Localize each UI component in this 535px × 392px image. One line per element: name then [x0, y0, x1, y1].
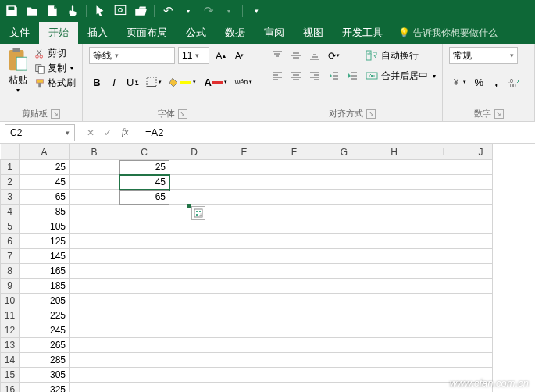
pointer-icon[interactable] — [93, 4, 107, 18]
cell-C8[interactable] — [119, 264, 169, 279]
col-header-D[interactable]: D — [169, 144, 219, 160]
cell-A10[interactable]: 205 — [20, 294, 70, 308]
increase-font-button[interactable]: A▴ — [212, 47, 229, 64]
cell-J12[interactable] — [469, 323, 493, 338]
formula-input[interactable] — [141, 124, 535, 141]
font-name-combo[interactable]: 等线▾ — [89, 47, 175, 64]
cell-J11[interactable] — [469, 308, 493, 323]
cell-B7[interactable] — [70, 249, 119, 264]
cell-G16[interactable] — [319, 383, 369, 393]
cell-G9[interactable] — [319, 279, 369, 294]
cell-D10[interactable] — [169, 294, 219, 308]
number-launcher-icon[interactable]: ↘ — [494, 109, 504, 119]
cell-E2[interactable] — [219, 175, 269, 190]
cell-A3[interactable]: 65 — [20, 190, 70, 205]
tell-me[interactable]: 💡 告诉我你想要做什么 — [392, 22, 504, 44]
new-icon[interactable] — [45, 4, 59, 18]
copy-button[interactable]: 复制▾ — [34, 62, 76, 75]
row-header-9[interactable]: 9 — [1, 279, 20, 294]
col-header-A[interactable]: A — [20, 144, 70, 160]
cell-F15[interactable] — [269, 368, 319, 383]
cell-C6[interactable] — [119, 234, 169, 249]
tab-review[interactable]: 审阅 — [255, 22, 294, 44]
cell-J15[interactable] — [469, 368, 493, 383]
fx-icon[interactable]: fx — [119, 127, 131, 139]
cell-G4[interactable] — [319, 205, 369, 219]
number-format-combo[interactable]: 常规▾ — [449, 47, 518, 64]
cell-D1[interactable] — [169, 160, 219, 175]
cell-A6[interactable]: 125 — [20, 234, 70, 249]
cell-D16[interactable] — [169, 383, 219, 393]
cell-B1[interactable] — [70, 160, 119, 175]
col-header-I[interactable]: I — [419, 144, 469, 160]
cell-E6[interactable] — [219, 234, 269, 249]
cell-B5[interactable] — [70, 219, 119, 234]
col-header-H[interactable]: H — [369, 144, 419, 160]
cell-H1[interactable] — [369, 160, 419, 175]
tab-file[interactable]: 文件 — [0, 22, 39, 44]
cell-J14[interactable] — [469, 353, 493, 368]
cell-J5[interactable] — [469, 219, 493, 234]
open-icon[interactable] — [134, 4, 148, 18]
redo-icon[interactable]: ↷ — [202, 4, 216, 18]
cell-C15[interactable] — [119, 368, 169, 383]
cell-F11[interactable] — [269, 308, 319, 323]
cell-H12[interactable] — [369, 323, 419, 338]
cell-J4[interactable] — [469, 205, 493, 219]
format-painter-button[interactable]: 格式刷 — [34, 77, 76, 90]
cell-H10[interactable] — [369, 294, 419, 308]
cell-D15[interactable] — [169, 368, 219, 383]
cell-F1[interactable] — [269, 160, 319, 175]
cell-B3[interactable] — [70, 190, 119, 205]
row-header-11[interactable]: 11 — [1, 308, 20, 323]
select-all-corner[interactable] — [1, 144, 20, 160]
merge-center-button[interactable]: 合并后居中▾ — [366, 67, 436, 84]
cell-I3[interactable] — [419, 190, 469, 205]
cell-I8[interactable] — [419, 264, 469, 279]
cell-F10[interactable] — [269, 294, 319, 308]
align-left-button[interactable] — [269, 67, 286, 84]
cell-F8[interactable] — [269, 264, 319, 279]
cell-A15[interactable]: 305 — [20, 368, 70, 383]
cell-H4[interactable] — [369, 205, 419, 219]
cell-I11[interactable] — [419, 308, 469, 323]
cell-G3[interactable] — [319, 190, 369, 205]
cell-A7[interactable]: 145 — [20, 249, 70, 264]
italic-button[interactable]: I — [106, 73, 122, 91]
clipboard-launcher-icon[interactable]: ↘ — [51, 109, 60, 119]
cell-B6[interactable] — [70, 234, 119, 249]
bold-button[interactable]: B — [89, 73, 105, 91]
cell-D11[interactable] — [169, 308, 219, 323]
spreadsheet-grid[interactable]: ABCDEFGHIJ125252454536565485510561257145… — [0, 144, 535, 392]
cell-H13[interactable] — [369, 338, 419, 353]
cell-D6[interactable] — [169, 234, 219, 249]
cell-A5[interactable]: 105 — [20, 219, 70, 234]
tab-pagelayout[interactable]: 页面布局 — [117, 22, 177, 44]
cell-F4[interactable] — [269, 205, 319, 219]
cell-C4[interactable] — [119, 205, 169, 219]
cell-E15[interactable] — [219, 368, 269, 383]
cell-I14[interactable] — [419, 353, 469, 368]
cell-G10[interactable] — [319, 294, 369, 308]
cell-I10[interactable] — [419, 294, 469, 308]
cell-E16[interactable] — [219, 383, 269, 393]
cell-H5[interactable] — [369, 219, 419, 234]
cell-B13[interactable] — [70, 338, 119, 353]
cell-G12[interactable] — [319, 323, 369, 338]
cell-J16[interactable] — [469, 383, 493, 393]
cell-C10[interactable] — [119, 294, 169, 308]
cell-A2[interactable]: 45 — [20, 175, 70, 190]
cell-I15[interactable] — [419, 368, 469, 383]
align-middle-button[interactable] — [287, 47, 305, 64]
cell-B11[interactable] — [70, 308, 119, 323]
cell-J10[interactable] — [469, 294, 493, 308]
cell-C11[interactable] — [119, 308, 169, 323]
row-header-13[interactable]: 13 — [1, 338, 20, 353]
row-header-6[interactable]: 6 — [1, 234, 20, 249]
cell-F3[interactable] — [269, 190, 319, 205]
row-header-14[interactable]: 14 — [1, 353, 20, 368]
cell-C2[interactable]: 45 — [119, 175, 169, 190]
cell-I5[interactable] — [419, 219, 469, 234]
cell-E1[interactable] — [219, 160, 269, 175]
align-center-button[interactable] — [287, 67, 305, 84]
